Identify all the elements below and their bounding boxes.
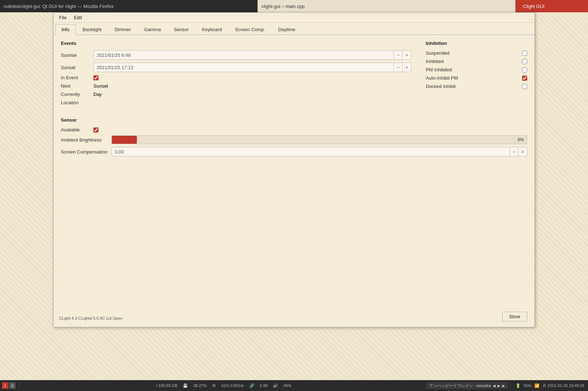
next-value: Sunset: [93, 83, 108, 89]
player-prev-btn[interactable]: ◀: [493, 384, 496, 388]
battery-level: 55%: [524, 383, 532, 388]
footer-version: CLight 4.3 CLightd 5.0 AC Lid Open: [59, 316, 122, 320]
sunset-row: Sunset − +: [61, 63, 411, 72]
content-area: Events Sunrise − + Sunset: [54, 35, 534, 327]
currently-value: Day: [93, 92, 102, 97]
inhibited-label: Inhibited: [426, 59, 469, 64]
screen-compensation-decrement[interactable]: −: [509, 147, 518, 156]
vol-icon: 🔊: [273, 383, 278, 388]
sunrise-increment[interactable]: +: [402, 51, 411, 59]
taskbar-divider-1: [19, 382, 20, 389]
docked-inhibit-row: Docked Inhibit: [426, 84, 527, 89]
ambient-brightness-label: Ambient Brightness: [61, 137, 112, 143]
inhibition-section: Inhibition Suspended Inhibited PM Inhibi…: [426, 41, 527, 108]
ram-icon: 💾: [183, 383, 188, 388]
sensor-section: Sensor Available Ambient Brightness 6%: [61, 117, 527, 156]
next-label: Next: [61, 83, 93, 89]
tab-daytime[interactable]: Daytime: [272, 24, 302, 34]
browser-tab-firefox[interactable]: nullobsi/clight-gui: Qt GUI for clight —…: [0, 0, 257, 12]
cpu-info: 01% 0.8GHz: [221, 383, 244, 388]
sunset-input[interactable]: [94, 63, 394, 72]
screen-compensation-label: Screen Compensation: [61, 149, 112, 155]
tab-sensor[interactable]: Sensor: [168, 24, 195, 34]
available-label: Available: [61, 127, 93, 133]
suspended-label: Suspended: [426, 50, 469, 56]
sensor-title: Sensor: [61, 117, 527, 123]
events-section: Events Sunrise − + Sunset: [61, 41, 411, 108]
auto-inhibit-pm-checkbox[interactable]: [522, 76, 527, 81]
menu-edit[interactable]: Edit: [70, 13, 85, 22]
firefox-tab-label: nullobsi/clight-gui: Qt GUI for clight —…: [4, 4, 114, 9]
datetime: 月 2021-01-25 16:49:26: [542, 383, 584, 388]
docked-inhibit-checkbox[interactable]: [522, 84, 527, 89]
inhibition-title: Inhibition: [426, 41, 527, 46]
volume: 46%: [284, 383, 291, 388]
in-event-row: In Event: [61, 75, 411, 80]
sunset-increment[interactable]: +: [402, 63, 411, 72]
cpu-icon: ⚙: [212, 383, 216, 388]
currently-row: Currently Day: [61, 92, 411, 97]
available-checkbox[interactable]: [93, 127, 98, 133]
workspace-1[interactable]: 1: [2, 382, 8, 389]
next-row: Next Sunset: [61, 83, 411, 89]
tab-backlight[interactable]: Backlight: [76, 24, 108, 34]
network-icon: 📶: [534, 383, 539, 388]
player-song: アンハッピーリフレイン - wowaka: [429, 383, 491, 388]
browser-tab-code[interactable]: clight-gui – main.cpp: [257, 0, 516, 12]
location-row: Location: [61, 100, 411, 105]
location-label: Location: [61, 100, 93, 105]
battery-icon: 🔋: [516, 383, 521, 388]
two-col-layout: Events Sunrise − + Sunset: [61, 41, 527, 108]
ambient-brightness-percent: 6%: [518, 137, 524, 142]
screen-compensation-increment[interactable]: +: [518, 147, 527, 156]
browser-tab-clight[interactable]: Clight GUI: [516, 0, 588, 12]
tab-dimmer[interactable]: Dimmer: [108, 24, 137, 34]
store-button[interactable]: Store: [502, 312, 527, 321]
screen-compensation-row: Screen Compensation − +: [61, 147, 527, 156]
tab-keyboard[interactable]: Keyboard: [196, 24, 228, 34]
pm-inhibited-label: PM Inhibited: [426, 67, 469, 72]
tabs-bar: Info Backlight Dimmer Gamma Sensor Keybo…: [54, 23, 534, 35]
ram-info: 38.27%: [193, 383, 207, 388]
in-event-label: In Event: [61, 75, 93, 80]
sunrise-input[interactable]: [94, 51, 394, 59]
taskbar: 1 2 / 150.93 GB 💾 38.27% ⚙ 01% 0.8GHz 🔗 …: [0, 380, 588, 391]
player-next-btn[interactable]: ▶: [502, 384, 505, 388]
ambient-brightness-progress: 6%: [112, 135, 527, 144]
auto-inhibit-pm-row: Auto-Inhibit PM: [426, 75, 527, 81]
net-speed: 0.96: [260, 383, 268, 388]
net-icon: 🔗: [249, 383, 255, 388]
taskbar-right-info: 🔋 55% 📶 月 2021-01-25 16:49:26: [512, 383, 588, 388]
code-tab-label: clight-gui – main.cpp: [261, 4, 304, 9]
sunset-decrement[interactable]: −: [394, 63, 402, 72]
taskbar-system-info: / 150.93 GB 💾 38.27% ⚙ 01% 0.8GHz 🔗 0.96…: [21, 383, 426, 388]
workspace-2[interactable]: 2: [9, 382, 16, 389]
inhibited-checkbox[interactable]: [522, 59, 527, 64]
ambient-brightness-row: Ambient Brightness 6%: [61, 135, 527, 144]
ambient-brightness-bar: [112, 136, 137, 144]
browser-title-bar: nullobsi/clight-gui: Qt GUI for clight —…: [0, 0, 588, 12]
inhibited-row: Inhibited: [426, 59, 527, 64]
pm-inhibited-checkbox[interactable]: [522, 67, 527, 72]
tab-screen-comp[interactable]: Screen Comp.: [229, 24, 271, 34]
menu-bar: File Edit: [54, 13, 534, 23]
sunset-label: Sunset: [61, 65, 93, 70]
menu-file[interactable]: File: [55, 13, 70, 22]
sunrise-decrement[interactable]: −: [394, 51, 402, 59]
currently-label: Currently: [61, 92, 93, 97]
disk-info: / 150.93 GB: [156, 383, 177, 388]
tab-gamma[interactable]: Gamma: [138, 24, 167, 34]
in-event-checkbox[interactable]: [93, 75, 98, 80]
sunrise-control: − +: [93, 50, 411, 60]
pm-inhibited-row: PM Inhibited: [426, 67, 527, 72]
player-controls: アンハッピーリフレイン - wowaka ◀ ▶ ▶: [426, 382, 508, 389]
screen-compensation-control: − +: [112, 147, 527, 156]
tab-info[interactable]: Info: [55, 24, 76, 35]
app-window: File Edit Info Backlight Dimmer Gamma Se…: [53, 12, 535, 327]
suspended-checkbox[interactable]: [522, 51, 527, 56]
sunrise-row: Sunrise − +: [61, 50, 411, 60]
auto-inhibit-pm-label: Auto-Inhibit PM: [426, 75, 469, 81]
screen-compensation-input[interactable]: [112, 148, 509, 156]
player-play-btn[interactable]: ▶: [497, 384, 500, 388]
workspace-switcher: 1 2: [0, 382, 17, 389]
